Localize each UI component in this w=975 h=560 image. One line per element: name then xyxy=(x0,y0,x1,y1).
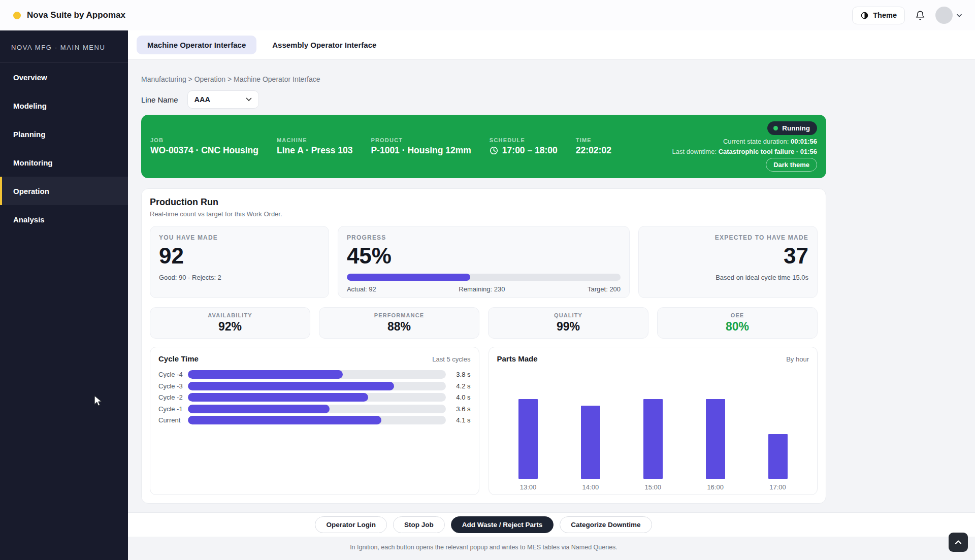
schedule-value: 17:00 – 18:00 xyxy=(502,145,558,156)
you-have-made-card: YOU HAVE MADE 92 Good: 90 · Rejects: 2 xyxy=(150,226,329,298)
parts-bar-column: 17:00 xyxy=(746,365,809,491)
parts-bar-column: 15:00 xyxy=(622,365,684,491)
running-status-badge: Running xyxy=(767,121,817,135)
quality-kpi: QUALITY 99% xyxy=(488,307,648,339)
cycle-bar xyxy=(188,405,330,413)
running-label: Running xyxy=(782,124,810,132)
schedule-field: SCHEDULE 17:00 – 18:00 xyxy=(490,137,558,156)
running-dot-icon xyxy=(773,126,778,130)
line-name-label: Line Name xyxy=(141,95,178,104)
oee-kpi: OEE 80% xyxy=(657,307,818,339)
clock-icon xyxy=(490,146,498,155)
notifications-bell-icon[interactable] xyxy=(915,10,925,21)
progress-bar-fill xyxy=(347,274,470,281)
main-area: Machine Operator Interface Assembly Oper… xyxy=(128,30,975,560)
job-field: JOB WO-00374 · CNC Housing xyxy=(150,137,258,156)
contrast-icon xyxy=(860,11,869,20)
tab-bar: Machine Operator Interface Assembly Oper… xyxy=(128,30,975,60)
dark-theme-button[interactable]: Dark theme xyxy=(766,158,817,172)
job-value: WO-00374 · CNC Housing xyxy=(150,145,258,156)
sidebar-item-analysis[interactable]: Analysis xyxy=(0,205,128,234)
cycle-bar xyxy=(188,393,368,402)
sidebar-item-modeling[interactable]: Modeling xyxy=(0,91,128,120)
product-value: P-1001 · Housing 12mm xyxy=(371,145,471,156)
current-state-duration: Current state duration: 00:01:56 xyxy=(723,138,817,145)
job-status-banner: JOB WO-00374 · CNC Housing MACHINE Line … xyxy=(141,115,826,178)
expected-card: EXPECTED TO HAVE MADE 37 Based on ideal … xyxy=(638,226,818,298)
progress-remaining: Remaining: 230 xyxy=(459,285,505,293)
sidebar-item-overview[interactable]: Overview xyxy=(0,63,128,91)
brand-dot-icon xyxy=(13,12,21,19)
topbar: Nova Suite by Appomax Theme xyxy=(0,0,975,30)
expected-count: 37 xyxy=(647,244,808,268)
chevron-up-icon xyxy=(954,538,962,546)
cycle-row: Current 4.1 s xyxy=(158,416,471,424)
operator-login-button[interactable]: Operator Login xyxy=(315,516,387,533)
scroll-to-top-button[interactable] xyxy=(949,533,968,552)
made-count: 92 xyxy=(159,244,320,268)
panel-subtitle: Real-time count vs target for this Work … xyxy=(150,210,818,218)
panel-title: Production Run xyxy=(150,197,818,208)
footer-note: In Ignition, each button opens the relev… xyxy=(141,544,826,551)
parts-bar xyxy=(643,399,663,479)
theme-button[interactable]: Theme xyxy=(852,7,905,24)
sidebar-item-planning[interactable]: Planning xyxy=(0,120,128,148)
cycle-time-basis: Based on ideal cycle time 15.0s xyxy=(647,274,808,281)
availability-kpi: AVAILABILITY 92% xyxy=(150,307,310,339)
app-title: Nova Suite by Appomax xyxy=(27,10,125,20)
line-name-value: AAA xyxy=(194,95,210,104)
categorize-downtime-button[interactable]: Categorize Downtime xyxy=(560,516,652,533)
cycle-time-title: Cycle Time xyxy=(158,354,199,363)
parts-bar-column: 14:00 xyxy=(559,365,622,491)
parts-made-title: Parts Made xyxy=(497,354,538,363)
schedule-label: SCHEDULE xyxy=(490,137,558,143)
select-chevron-icon xyxy=(246,97,252,102)
cycle-row: Cycle -3 4.2 s xyxy=(158,382,471,390)
brand: Nova Suite by Appomax xyxy=(13,10,125,20)
parts-bar xyxy=(768,434,788,479)
time-value: 22:02:02 xyxy=(576,145,611,156)
progress-actual: Actual: 92 xyxy=(347,285,376,293)
cycle-row: Cycle -2 4.0 s xyxy=(158,393,471,402)
chevron-down-icon xyxy=(957,14,962,17)
parts-bar xyxy=(518,399,538,479)
performance-kpi: PERFORMANCE 88% xyxy=(319,307,479,339)
line-name-select[interactable]: AAA xyxy=(187,90,259,109)
parts-bar-column: 16:00 xyxy=(684,365,746,491)
tab-machine-operator-interface[interactable]: Machine Operator Interface xyxy=(137,36,256,54)
machine-label: MACHINE xyxy=(277,137,352,143)
progress-percent: 45% xyxy=(347,244,621,268)
cycle-bar xyxy=(188,370,343,379)
production-run-panel: Production Run Real-time count vs target… xyxy=(141,188,826,504)
cycle-row: Cycle -4 3.8 s xyxy=(158,370,471,379)
user-menu[interactable] xyxy=(935,7,962,24)
theme-button-label: Theme xyxy=(873,11,897,19)
last-downtime: Last downtime: Catastrophic tool failure… xyxy=(672,148,817,155)
cycle-time-chart: Cycle Time Last 5 cycles Cycle -4 3.8 s … xyxy=(150,347,479,495)
parts-bar xyxy=(581,406,600,479)
good-rejects-detail: Good: 90 · Rejects: 2 xyxy=(159,274,320,281)
progress-card: PROGRESS 45% Actual: 92 Remaining: 230 T… xyxy=(338,226,630,298)
cycle-time-subtitle: Last 5 cycles xyxy=(432,355,470,363)
time-label: TIME xyxy=(576,137,611,143)
job-label: JOB xyxy=(150,137,258,143)
sidebar: NOVA MFG - MAIN MENU Overview Modeling P… xyxy=(0,30,128,560)
parts-made-subtitle: By hour xyxy=(786,355,809,363)
progress-target: Target: 200 xyxy=(588,285,621,293)
sidebar-header: NOVA MFG - MAIN MENU xyxy=(0,30,128,63)
action-bar: Operator Login Stop Job Add Waste / Reje… xyxy=(128,512,975,537)
progress-bar-track xyxy=(347,274,621,281)
cycle-bar xyxy=(188,382,394,390)
sidebar-item-monitoring[interactable]: Monitoring xyxy=(0,148,128,177)
cycle-row: Cycle -1 3.6 s xyxy=(158,405,471,413)
machine-value: Line A · Press 103 xyxy=(277,145,352,156)
avatar xyxy=(935,7,953,24)
add-waste-reject-parts-button[interactable]: Add Waste / Reject Parts xyxy=(451,516,554,533)
product-field: PRODUCT P-1001 · Housing 12mm xyxy=(371,137,471,156)
stop-job-button[interactable]: Stop Job xyxy=(393,516,445,533)
sidebar-item-operation[interactable]: Operation xyxy=(0,177,128,205)
parts-bar-column: 13:00 xyxy=(497,365,560,491)
parts-made-chart: Parts Made By hour 13:00 14:00 xyxy=(489,347,818,495)
tab-assembly-operator-interface[interactable]: Assembly Operator Interface xyxy=(262,36,387,54)
product-label: PRODUCT xyxy=(371,137,471,143)
